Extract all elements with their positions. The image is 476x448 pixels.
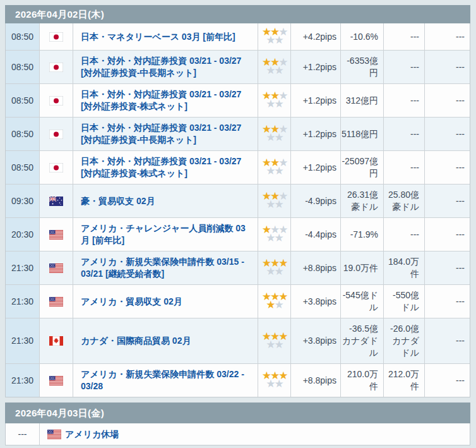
event-name-cell: 日本・対外・対内証券投資 03/21 - 03/27 [対外証券投資-株式ネット… [73, 84, 258, 117]
forecast-value: --- [384, 151, 425, 184]
forecast-value: --- [384, 51, 425, 83]
star-icon: ★ [266, 98, 274, 110]
importance-stars: ★★★ ★★ [258, 51, 291, 83]
event-link[interactable]: アメリカ・貿易収支 02月 [81, 296, 182, 308]
table-row: 21:30 アメリカ・新規失業保険申請件数 03/15 - 03/21 [継続受… [6, 251, 470, 285]
event-name-cell: アメリカ・貿易収支 02月 [73, 285, 258, 318]
event-link[interactable]: 日本・対外・対内証券投資 03/21 - 03/27 [対外証券投資-中長期ネッ… [81, 55, 251, 79]
event-link[interactable]: 日本・対外・対内証券投資 03/21 - 03/27 [対外証券投資-株式ネット… [81, 88, 251, 112]
previous-value: --- [425, 151, 470, 184]
event-link[interactable]: 日本・対外・対内証券投資 03/21 - 03/27 [対内証券投資-中長期ネッ… [81, 122, 251, 146]
event-time: 08:50 [6, 118, 40, 150]
holiday-link[interactable]: アメリカ休場 [65, 428, 119, 440]
event-time: 21:30 [6, 285, 40, 318]
importance-stars: ★★★ ★★ [258, 185, 291, 217]
importance-stars: ★★★ ★★ [258, 23, 291, 50]
country-flag-cell [40, 318, 73, 363]
result-value: -71.9% [341, 218, 384, 251]
pips-value: +1.2pips [291, 118, 341, 150]
star-icon: ★ [266, 265, 274, 277]
flag-japan-icon [49, 63, 63, 72]
result-value: -545億ドル [341, 285, 384, 318]
event-link[interactable]: 日本・対外・対内証券投資 03/21 - 03/27 [対内証券投資-株式ネット… [81, 155, 251, 179]
importance-stars: ★★★ ★★ [258, 318, 291, 363]
pips-value: +1.2pips [291, 151, 341, 184]
event-time: 09:30 [6, 185, 40, 217]
event-link[interactable]: アメリカ・新規失業保険申請件数 03/15 - 03/21 [継続受給者数] [81, 256, 251, 280]
event-link[interactable]: アメリカ・チャレンジャー人員削減数 03月 [前年比] [81, 222, 251, 246]
star-icon: ★ [275, 378, 283, 390]
pips-value: +8.8pips [291, 251, 341, 284]
star-icon: ★ [266, 339, 274, 351]
country-flag-cell [40, 285, 73, 318]
star-icon: ★ [275, 64, 283, 76]
country-flag-cell [40, 251, 73, 284]
event-name-cell: 日本・マネタリーベース 03月 [前年比] [73, 23, 258, 50]
result-value: 312億円 [341, 84, 384, 117]
pips-value: -4.9pips [291, 185, 341, 217]
event-time: 20:30 [6, 218, 40, 251]
star-icon: ★ [275, 339, 283, 351]
event-time: 08:50 [6, 23, 40, 50]
country-flag-cell [40, 118, 73, 150]
event-link[interactable]: 日本・マネタリーベース 03月 [前年比] [81, 31, 235, 43]
event-name-cell: 日本・対外・対内証券投資 03/21 - 03/27 [対内証券投資-株式ネット… [73, 151, 258, 184]
result-value: 5118億円 [341, 118, 384, 150]
previous-value: --- [425, 23, 470, 50]
forecast-value: 25.80億豪ドル [384, 185, 425, 217]
pips-value: +8.8pips [291, 364, 341, 397]
event-link[interactable]: 豪・貿易収支 02月 [81, 195, 155, 207]
table-row: 08:50 日本・マネタリーベース 03月 [前年比] ★★★ ★★ +4.2p… [6, 23, 470, 51]
result-value: 19.0万件 [341, 251, 384, 284]
flag-japan-icon [49, 130, 63, 139]
result-value: 26.31億豪ドル [341, 185, 384, 217]
table-row: 21:30 アメリカ・貿易収支 02月 ★★★ ★★ +3.8pips -545… [6, 285, 470, 318]
previous-value: --- [425, 118, 470, 150]
event-name-cell: 日本・対外・対内証券投資 03/21 - 03/27 [対内証券投資-中長期ネッ… [73, 118, 258, 150]
event-time: 21:30 [6, 318, 40, 363]
previous-value: --- [425, 251, 470, 284]
table-row: 21:30 カナダ・国際商品貿易 02月 ★★★ ★★ +3.8pips -36… [6, 318, 470, 364]
result-value: 210.0万件 [341, 364, 384, 397]
previous-value: --- [425, 218, 470, 251]
star-icon: ★ [266, 378, 274, 390]
forecast-value: -26.0億カナダドル [384, 318, 425, 363]
country-flag-cell [40, 218, 73, 251]
event-time: --- [6, 423, 40, 445]
forecast-value: --- [384, 84, 425, 117]
economic-calendar-page: 2026年04月02日(木) 08:50 日本・マネタリーベース 03月 [前年… [0, 0, 476, 448]
date-header: 2026年04月03日(金) [5, 403, 470, 423]
importance-stars: ★★★ ★★ [258, 251, 291, 284]
previous-value: --- [425, 51, 470, 83]
importance-stars: ★★★ ★★ [258, 218, 291, 251]
flag-japan-icon [49, 32, 63, 42]
event-time: 21:30 [6, 251, 40, 284]
pips-value: -4.4pips [291, 218, 341, 251]
importance-stars: ★★★ ★★ [258, 285, 291, 318]
forecast-value: --- [384, 118, 425, 150]
result-value: -25097億円 [341, 151, 384, 184]
country-flag-cell [40, 51, 73, 83]
pips-value: +3.8pips [291, 318, 341, 363]
star-icon: ★ [266, 34, 274, 46]
event-time: 08:50 [6, 84, 40, 117]
star-icon: ★ [275, 34, 283, 46]
event-time: 21:30 [6, 364, 40, 397]
star-icon: ★ [266, 198, 274, 210]
flag-japan-icon [49, 96, 63, 106]
importance-stars: ★★★ ★★ [258, 84, 291, 117]
pips-value: +1.2pips [291, 51, 341, 83]
date-header: 2026年04月02日(木) [5, 5, 470, 23]
event-link[interactable]: カナダ・国際商品貿易 02月 [81, 335, 191, 347]
event-time: 08:50 [6, 151, 40, 184]
flag-usa-icon [49, 263, 63, 273]
forecast-value: 184.0万件 [384, 251, 425, 284]
pips-value: +3.8pips [291, 285, 341, 318]
event-name-cell: アメリカ・チャレンジャー人員削減数 03月 [前年比] [73, 218, 258, 251]
event-link[interactable]: アメリカ・新規失業保険申請件数 03/22 - 03/28 [81, 368, 251, 392]
table-row: 08:50 日本・対外・対内証券投資 03/21 - 03/27 [対内証券投資… [6, 118, 470, 151]
table-row: 20:30 アメリカ・チャレンジャー人員削減数 03月 [前年比] ★★★ ★★… [6, 218, 470, 251]
event-rows: --- アメリカ休場 [5, 423, 470, 445]
previous-value: --- [425, 364, 470, 397]
star-icon: ★ [266, 64, 274, 76]
